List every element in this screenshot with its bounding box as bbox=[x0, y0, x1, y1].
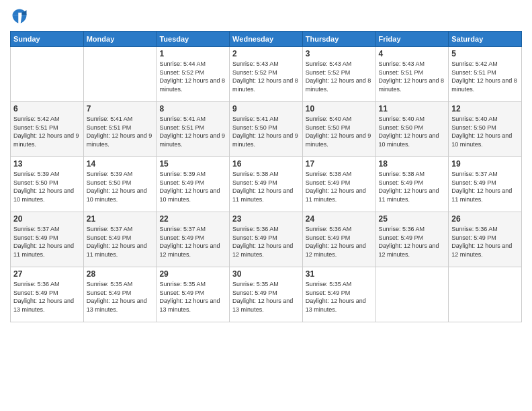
calendar-cell: 1Sunrise: 5:44 AMSunset: 5:52 PMDaylight… bbox=[157, 47, 230, 102]
calendar-week-2: 13Sunrise: 5:39 AMSunset: 5:50 PMDayligh… bbox=[11, 157, 522, 212]
day-info: Sunrise: 5:43 AMSunset: 5:52 PMDaylight:… bbox=[232, 60, 300, 93]
calendar-cell: 13Sunrise: 5:39 AMSunset: 5:50 PMDayligh… bbox=[11, 157, 84, 212]
day-info: Sunrise: 5:42 AMSunset: 5:51 PMDaylight:… bbox=[451, 60, 519, 93]
day-number: 6 bbox=[13, 104, 81, 113]
calendar-header-row: SundayMondayTuesdayWednesdayThursdayFrid… bbox=[11, 32, 522, 47]
calendar-week-4: 27Sunrise: 5:36 AMSunset: 5:49 PMDayligh… bbox=[11, 267, 522, 322]
day-info: Sunrise: 5:41 AMSunset: 5:51 PMDaylight:… bbox=[87, 115, 154, 148]
logo bbox=[10, 7, 32, 26]
calendar-cell: 6Sunrise: 5:42 AMSunset: 5:51 PMDaylight… bbox=[11, 102, 84, 157]
logo-icon bbox=[10, 7, 29, 26]
day-header-thursday: Thursday bbox=[302, 32, 375, 47]
calendar-cell: 12Sunrise: 5:40 AMSunset: 5:50 PMDayligh… bbox=[449, 102, 522, 157]
day-header-wednesday: Wednesday bbox=[230, 32, 303, 47]
day-number: 29 bbox=[159, 269, 226, 279]
calendar-cell: 14Sunrise: 5:39 AMSunset: 5:50 PMDayligh… bbox=[83, 157, 157, 212]
page: SundayMondayTuesdayWednesdayThursdayFrid… bbox=[0, 0, 532, 411]
day-number: 31 bbox=[306, 269, 373, 279]
day-number: 20 bbox=[13, 214, 81, 224]
day-info: Sunrise: 5:39 AMSunset: 5:50 PMDaylight:… bbox=[87, 170, 154, 203]
day-number: 27 bbox=[13, 269, 81, 279]
calendar-week-3: 20Sunrise: 5:37 AMSunset: 5:49 PMDayligh… bbox=[11, 212, 522, 267]
calendar-cell: 18Sunrise: 5:38 AMSunset: 5:49 PMDayligh… bbox=[375, 157, 449, 212]
day-info: Sunrise: 5:36 AMSunset: 5:49 PMDaylight:… bbox=[13, 280, 81, 314]
calendar-cell: 9Sunrise: 5:41 AMSunset: 5:50 PMDaylight… bbox=[230, 102, 303, 157]
calendar-cell: 2Sunrise: 5:43 AMSunset: 5:52 PMDaylight… bbox=[230, 47, 303, 102]
day-number: 10 bbox=[306, 104, 373, 113]
day-number: 8 bbox=[159, 104, 226, 113]
calendar-cell: 22Sunrise: 5:37 AMSunset: 5:49 PMDayligh… bbox=[157, 212, 230, 267]
day-header-sunday: Sunday bbox=[11, 32, 84, 47]
day-info: Sunrise: 5:37 AMSunset: 5:49 PMDaylight:… bbox=[451, 170, 519, 203]
day-number: 1 bbox=[159, 49, 226, 58]
day-number: 4 bbox=[379, 49, 446, 58]
calendar-week-1: 6Sunrise: 5:42 AMSunset: 5:51 PMDaylight… bbox=[11, 102, 522, 157]
day-number: 30 bbox=[232, 269, 300, 279]
calendar-cell: 23Sunrise: 5:36 AMSunset: 5:49 PMDayligh… bbox=[230, 212, 303, 267]
day-info: Sunrise: 5:40 AMSunset: 5:50 PMDaylight:… bbox=[451, 115, 519, 148]
day-info: Sunrise: 5:40 AMSunset: 5:50 PMDaylight:… bbox=[379, 115, 446, 148]
day-number: 12 bbox=[451, 104, 519, 113]
day-number: 22 bbox=[159, 214, 226, 224]
day-info: Sunrise: 5:36 AMSunset: 5:49 PMDaylight:… bbox=[379, 225, 446, 259]
day-info: Sunrise: 5:39 AMSunset: 5:50 PMDaylight:… bbox=[13, 170, 81, 203]
day-header-friday: Friday bbox=[375, 32, 449, 47]
day-info: Sunrise: 5:39 AMSunset: 5:49 PMDaylight:… bbox=[159, 170, 226, 203]
day-number: 7 bbox=[87, 104, 154, 113]
calendar-cell: 27Sunrise: 5:36 AMSunset: 5:49 PMDayligh… bbox=[11, 267, 84, 322]
day-number: 14 bbox=[87, 159, 154, 169]
day-header-monday: Monday bbox=[83, 32, 157, 47]
day-header-tuesday: Tuesday bbox=[157, 32, 230, 47]
calendar-cell: 17Sunrise: 5:38 AMSunset: 5:49 PMDayligh… bbox=[302, 157, 375, 212]
calendar-cell: 4Sunrise: 5:43 AMSunset: 5:51 PMDaylight… bbox=[375, 47, 449, 102]
calendar-cell: 15Sunrise: 5:39 AMSunset: 5:49 PMDayligh… bbox=[157, 157, 230, 212]
day-info: Sunrise: 5:38 AMSunset: 5:49 PMDaylight:… bbox=[232, 170, 300, 203]
day-number: 5 bbox=[451, 49, 519, 58]
day-number: 23 bbox=[232, 214, 300, 224]
day-info: Sunrise: 5:35 AMSunset: 5:49 PMDaylight:… bbox=[306, 280, 373, 314]
day-number: 28 bbox=[87, 269, 154, 279]
day-number: 3 bbox=[306, 49, 373, 58]
day-info: Sunrise: 5:36 AMSunset: 5:49 PMDaylight:… bbox=[306, 225, 373, 259]
calendar-cell bbox=[375, 267, 449, 322]
calendar-cell: 31Sunrise: 5:35 AMSunset: 5:49 PMDayligh… bbox=[302, 267, 375, 322]
day-info: Sunrise: 5:35 AMSunset: 5:49 PMDaylight:… bbox=[87, 280, 154, 314]
day-number: 13 bbox=[13, 159, 81, 169]
calendar-cell: 11Sunrise: 5:40 AMSunset: 5:50 PMDayligh… bbox=[375, 102, 449, 157]
calendar-cell: 20Sunrise: 5:37 AMSunset: 5:49 PMDayligh… bbox=[11, 212, 84, 267]
calendar-cell: 16Sunrise: 5:38 AMSunset: 5:49 PMDayligh… bbox=[230, 157, 303, 212]
day-info: Sunrise: 5:36 AMSunset: 5:49 PMDaylight:… bbox=[451, 225, 519, 259]
day-number: 9 bbox=[232, 104, 300, 113]
header bbox=[10, 7, 522, 26]
day-info: Sunrise: 5:41 AMSunset: 5:50 PMDaylight:… bbox=[232, 115, 300, 148]
calendar-table: SundayMondayTuesdayWednesdayThursdayFrid… bbox=[10, 31, 522, 322]
day-number: 21 bbox=[87, 214, 154, 224]
day-header-saturday: Saturday bbox=[449, 32, 522, 47]
day-info: Sunrise: 5:38 AMSunset: 5:49 PMDaylight:… bbox=[379, 170, 446, 203]
calendar-cell: 28Sunrise: 5:35 AMSunset: 5:49 PMDayligh… bbox=[83, 267, 157, 322]
calendar-cell: 24Sunrise: 5:36 AMSunset: 5:49 PMDayligh… bbox=[302, 212, 375, 267]
day-info: Sunrise: 5:43 AMSunset: 5:52 PMDaylight:… bbox=[306, 60, 373, 93]
day-info: Sunrise: 5:40 AMSunset: 5:50 PMDaylight:… bbox=[306, 115, 373, 148]
day-info: Sunrise: 5:35 AMSunset: 5:49 PMDaylight:… bbox=[159, 280, 226, 314]
calendar-cell bbox=[449, 267, 522, 322]
day-info: Sunrise: 5:36 AMSunset: 5:49 PMDaylight:… bbox=[232, 225, 300, 259]
day-info: Sunrise: 5:37 AMSunset: 5:49 PMDaylight:… bbox=[87, 225, 154, 259]
calendar-cell: 30Sunrise: 5:35 AMSunset: 5:49 PMDayligh… bbox=[230, 267, 303, 322]
calendar-cell: 21Sunrise: 5:37 AMSunset: 5:49 PMDayligh… bbox=[83, 212, 157, 267]
day-number: 11 bbox=[379, 104, 446, 113]
day-info: Sunrise: 5:37 AMSunset: 5:49 PMDaylight:… bbox=[13, 225, 81, 259]
day-number: 18 bbox=[379, 159, 446, 169]
calendar-cell: 3Sunrise: 5:43 AMSunset: 5:52 PMDaylight… bbox=[302, 47, 375, 102]
calendar-cell: 5Sunrise: 5:42 AMSunset: 5:51 PMDaylight… bbox=[449, 47, 522, 102]
calendar-cell: 10Sunrise: 5:40 AMSunset: 5:50 PMDayligh… bbox=[302, 102, 375, 157]
day-number: 24 bbox=[306, 214, 373, 224]
calendar-cell: 25Sunrise: 5:36 AMSunset: 5:49 PMDayligh… bbox=[375, 212, 449, 267]
calendar-cell bbox=[11, 47, 84, 102]
day-info: Sunrise: 5:43 AMSunset: 5:51 PMDaylight:… bbox=[379, 60, 446, 93]
day-number: 2 bbox=[232, 49, 300, 58]
day-number: 25 bbox=[379, 214, 446, 224]
day-info: Sunrise: 5:38 AMSunset: 5:49 PMDaylight:… bbox=[306, 170, 373, 203]
day-number: 19 bbox=[451, 159, 519, 169]
day-info: Sunrise: 5:44 AMSunset: 5:52 PMDaylight:… bbox=[159, 60, 226, 93]
